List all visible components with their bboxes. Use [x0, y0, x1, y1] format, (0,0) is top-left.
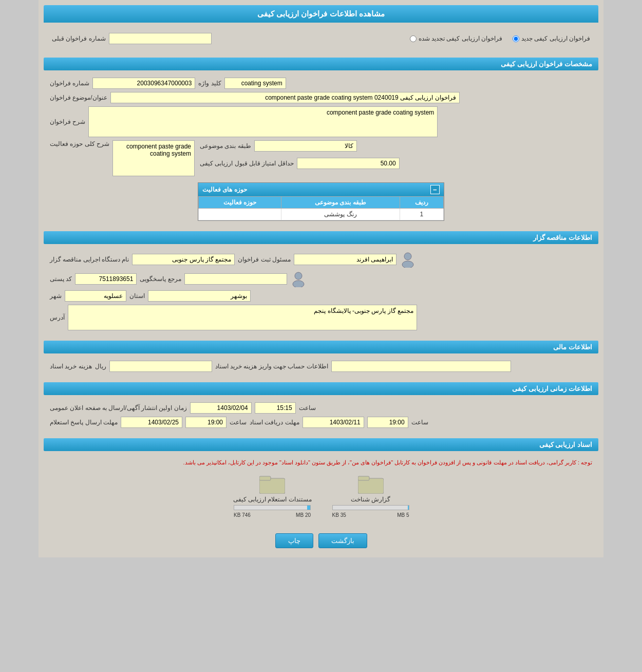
print-button[interactable]: چاپ: [275, 533, 313, 548]
svg-point-0: [404, 253, 411, 260]
inquiry-folder-icon: [259, 472, 285, 494]
title-label: عنوان/موضوع فراخوان: [50, 94, 107, 101]
prev-tender-group: شماره فراخوان قبلی: [52, 33, 212, 44]
radio-new-input[interactable]: [513, 35, 519, 42]
time-suffix3: ساعت: [411, 419, 428, 426]
activity-table-row: 1 رنگ پوششی: [199, 209, 444, 220]
category-input[interactable]: [254, 140, 357, 152]
row-min-score: حداقل امتیاز قابل قبول ارزیابی کیفی: [200, 158, 400, 169]
row-city-province: استان شهر: [50, 290, 592, 302]
report-progress-inner: [408, 506, 408, 510]
section5-note: توجه : کاربر گرامی، دریافت اسناد در مهلت…: [50, 458, 592, 467]
row-publish-time: ساعت زمان اولین انتشار آگهی/ارسال به صفح…: [50, 402, 592, 414]
avatar-responsible-icon: [400, 251, 416, 268]
report-progress-bar: [332, 505, 409, 510]
row-deadlines: ساعت مهلت دریافت اسناد ساعت مهلت ارسال پ…: [50, 417, 592, 428]
svg-point-3: [293, 281, 304, 287]
col-activity: حوزه فعالیت: [199, 197, 281, 209]
org-name-input[interactable]: [132, 254, 235, 265]
publish-time-input[interactable]: [255, 402, 296, 414]
currency-label: ریال: [95, 363, 106, 370]
response-deadline-label: مهلت ارسال پاسخ استعلام: [50, 419, 118, 426]
inquiry-size-max: 20 MB: [296, 512, 311, 518]
row-num: 1: [400, 209, 443, 220]
section4-content: ساعت زمان اولین انتشار آگهی/ارسال به صفح…: [44, 398, 598, 435]
report-download: گزارش شناخت 5 MB 35 KB: [332, 472, 409, 518]
avatar-reference-icon: [290, 271, 307, 287]
section5-bar: اسناد ارزیابی کیفی: [44, 438, 598, 451]
category-label: طبقه بندی موضوعی: [200, 142, 251, 150]
min-score-input[interactable]: [297, 158, 400, 169]
inquiry-progress-label: 20 MB 746 KB: [234, 512, 311, 518]
address-textarea[interactable]: [68, 305, 417, 330]
province-input[interactable]: [148, 290, 251, 302]
min-score-label: حداقل امتیاز قابل قبول ارزیابی کیفی: [200, 160, 294, 167]
report-folder-icon: [358, 472, 384, 494]
radio-group: فراخوان ارزیابی کیفی جدید فراخوان ارزیاب…: [410, 35, 590, 42]
org-name-label: نام دستگاه اجرایی مناقصه گزار: [50, 256, 129, 263]
row-title: عنوان/موضوع فراخوان: [50, 92, 592, 103]
report-size-used: 35 KB: [332, 512, 346, 518]
purchase-cost-label: هزینه خرید اسناد: [50, 363, 92, 370]
title-input[interactable]: [110, 92, 460, 103]
prev-tender-input[interactable]: [109, 33, 212, 44]
postal-label: کد پستی: [50, 275, 72, 283]
row-category: طبقه بندی موضوعی: [200, 140, 400, 152]
time-suffix1: ساعت: [299, 404, 316, 412]
section2-content: مسئول ثبت فراخوان نام دستگاه اجرایی مناق…: [44, 247, 598, 338]
doc-receive-label: مهلت دریافت اسناد: [250, 419, 299, 426]
activity-table-minus-btn[interactable]: −: [430, 185, 440, 194]
row-org-responsible: مسئول ثبت فراخوان نام دستگاه اجرایی مناق…: [50, 251, 592, 268]
province-label: استان: [129, 292, 145, 300]
radio-renewed-label: فراخوان ارزیابی کیفی تجدید شده: [419, 35, 502, 42]
report-progress-label: 5 MB 35 KB: [332, 512, 409, 518]
activity-scope-textarea[interactable]: [112, 140, 195, 176]
radio-renewed[interactable]: فراخوان ارزیابی کیفی تجدید شده: [410, 35, 502, 42]
postal-input[interactable]: [75, 273, 137, 285]
page-title: مشاهده اطلاعات فراخوان ارزیابی کیفی: [44, 5, 598, 23]
radio-renewed-input[interactable]: [410, 35, 417, 42]
doc-receive-date-input[interactable]: [303, 417, 364, 428]
description-textarea[interactable]: [88, 106, 438, 137]
section5-content: توجه : کاربر گرامی، دریافت اسناد در مهلت…: [44, 454, 598, 527]
svg-point-2: [295, 272, 302, 279]
activity-inner-table: ردیف طبقه بندی موضوعی حوزه فعالیت 1 رنگ …: [198, 196, 444, 220]
response-date-input[interactable]: [121, 417, 182, 428]
svg-point-1: [402, 261, 413, 268]
row-financial: اطلاعات حساب جهت واریز هزینه خرید اسناد …: [50, 361, 592, 372]
bank-info-input[interactable]: [331, 361, 511, 372]
activity-table-header-row: ردیف طبقه بندی موضوعی حوزه فعالیت: [199, 197, 444, 209]
tender-number-input[interactable]: [92, 78, 195, 89]
activity-table-header: − حوزه های فعالیت: [198, 183, 444, 196]
response-time-input[interactable]: [185, 417, 226, 428]
back-button[interactable]: بازگشت: [318, 533, 367, 548]
svg-rect-5: [358, 476, 369, 480]
tender-number-label: شماره فراخوان: [50, 80, 89, 87]
activity-table-title: حوزه های فعالیت: [202, 186, 247, 193]
purchase-cost-input[interactable]: [109, 361, 212, 372]
description-label: شرح فراخوان: [50, 118, 85, 125]
address-label: آدرس: [50, 314, 65, 321]
reference-input[interactable]: [184, 273, 287, 285]
city-input[interactable]: [65, 290, 126, 302]
publish-time-label: زمان اولین انتشار آگهی/ارسال به صفحه اعل…: [50, 404, 187, 412]
doc-receive-time-input[interactable]: [367, 417, 408, 428]
publish-date-input[interactable]: [190, 402, 252, 414]
row-tender-keyword: کلید واژه شماره فراخوان: [50, 78, 592, 89]
section1-bar: مشخصات فراخوان ارزیابی کیفی: [44, 58, 598, 70]
report-title: گزارش شناخت: [351, 496, 390, 503]
inquiry-progress-bar: [234, 505, 311, 510]
responsible-label: مسئول ثبت فراخوان: [238, 256, 291, 263]
responsible-input[interactable]: [294, 254, 396, 265]
inquiry-size-used: 746 KB: [234, 512, 251, 518]
section4-bar: اطلاعات زمانی ارزیابی کیفی: [44, 382, 598, 395]
keyword-label: کلید واژه: [198, 80, 221, 87]
col-category: طبقه بندی موضوعی: [281, 197, 400, 209]
top-radio-section: فراخوان ارزیابی کیفی جدید فراخوان ارزیاب…: [44, 27, 598, 54]
keyword-input[interactable]: [224, 78, 286, 89]
radio-new[interactable]: فراخوان ارزیابی کیفی جدید: [513, 35, 590, 42]
activity-scope-label: شرح کلی حوزه فعالیت: [50, 140, 109, 147]
reference-label: مرجع پاسخگویی: [140, 275, 181, 283]
row-address: آدرس: [50, 305, 592, 330]
inquiry-download: مستندات استعلام ارزیابی کیفی 20 MB 746 K…: [233, 472, 312, 518]
